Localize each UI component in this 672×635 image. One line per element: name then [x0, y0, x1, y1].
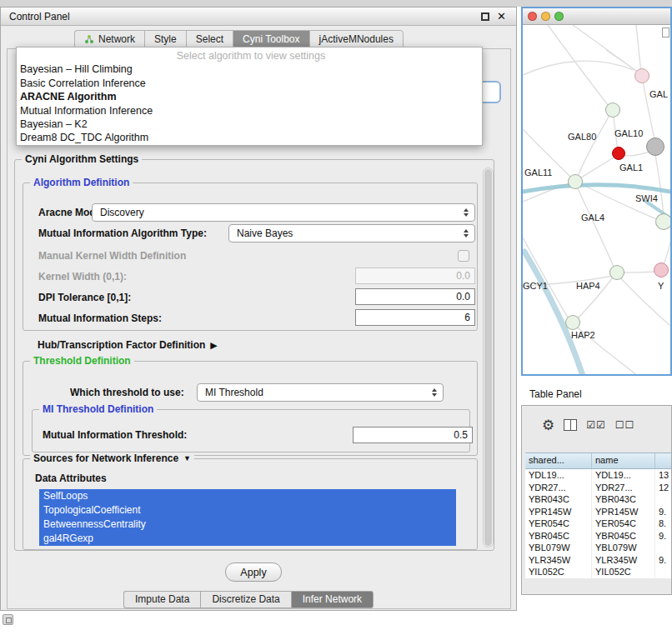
table-row[interactable]: YBL079WYBL079W [525, 542, 672, 554]
table-row[interactable]: YDR27...YDR27...12 [525, 482, 672, 494]
threshold-definition-group: Threshold Definition Which threshold to … [23, 361, 478, 456]
group-title: Algorithm Definition [30, 177, 133, 188]
hub-tf-section-toggle[interactable]: Hub/Transcription Factor Definition ▶ [38, 339, 218, 351]
dropdown-item[interactable]: Bayesian – K2 [17, 118, 482, 131]
network-canvas[interactable]: GAL80 GAL10 GAL11 GAL1 SWI4 GAL4 GCY1 HA… [523, 25, 670, 376]
scrollbar-thumb[interactable] [484, 169, 492, 546]
table-panel-title: Table Panel [529, 388, 582, 400]
dropdown-item-selected[interactable]: ARACNE Algorithm [17, 90, 482, 103]
node-label-clipped: GAL [649, 89, 668, 99]
bottom-tabbar: Impute Data Discretize Data Infer Networ… [123, 591, 374, 608]
attribute-item-selected[interactable]: SelfLoops [39, 489, 456, 503]
dropdown-item[interactable]: Mutual Information Inference [17, 104, 482, 118]
select-all-checkboxes-icon[interactable]: ☑☑ [586, 419, 606, 431]
minimized-panel-icon[interactable] [3, 614, 13, 625]
dpi-tolerance-field[interactable]: 0.0 [355, 288, 475, 305]
sources-section-toggle[interactable]: Sources for Network Inference ▼ [30, 452, 194, 464]
node-label-clipped: Y [658, 281, 664, 291]
mi-threshold-group: MI Threshold Definition Mutual Informati… [32, 409, 470, 452]
network-node[interactable] [655, 213, 672, 230]
combo-arrows-icon [464, 208, 474, 217]
network-node[interactable] [605, 102, 620, 118]
node-table: shared... name YDL19...YDL19...13 YDR27.… [525, 452, 672, 578]
manual-kernel-checkbox [458, 250, 469, 262]
section-label: Hub/Transcription Factor Definition [38, 339, 205, 351]
expand-right-icon: ▶ [210, 340, 217, 351]
zoom-traffic-light[interactable] [554, 12, 564, 21]
mi-steps-field[interactable]: 6 [355, 309, 475, 326]
apply-button[interactable]: Apply [225, 562, 282, 582]
table-header-row: shared... name [525, 452, 672, 469]
deselect-all-checkboxes-icon[interactable]: ☐☐ [615, 419, 635, 431]
canvas-scrollbar-thumb[interactable] [662, 28, 669, 38]
control-panel-window: Control Panel ✕ Network Style Select Cyn… [0, 7, 517, 611]
column-header-shared-name[interactable]: shared... [525, 453, 592, 468]
which-threshold-label: Which threshold to use: [70, 383, 184, 402]
table-row[interactable]: YLR345WYLR345W9. [525, 554, 672, 567]
tab-discretize-data[interactable]: Discretize Data [200, 591, 290, 608]
group-title: MI Threshold Definition [39, 403, 157, 415]
group-title: Threshold Definition [30, 355, 134, 367]
minimize-traffic-light[interactable] [541, 12, 550, 21]
close-icon[interactable]: ✕ [497, 11, 506, 22]
network-window-titlebar [523, 8, 670, 25]
node-label: GAL1 [619, 162, 643, 172]
tab-label: Network [98, 33, 135, 45]
kernel-width-label: Kernel Width (0,1): [38, 268, 127, 286]
node-label: HAP4 [576, 281, 600, 291]
attribute-item-selected[interactable]: BetweennessCentrality [39, 518, 456, 532]
network-node[interactable] [654, 262, 669, 278]
network-node-gal10[interactable] [646, 138, 664, 156]
dropdown-placeholder: Select algorithm to view settings [17, 49, 482, 62]
section-label: Sources for Network Inference [33, 452, 178, 464]
node-label: GAL10 [614, 128, 643, 138]
dropdown-item[interactable]: Bayesian – Hill Climbing [17, 62, 482, 76]
node-label: SWI4 [635, 193, 658, 203]
tab-impute-data[interactable]: Impute Data [123, 591, 200, 608]
mi-type-select[interactable]: Naive Bayes [228, 224, 475, 242]
selected-value: Discovery [100, 207, 144, 218]
dropdown-item[interactable]: Dream8 DC_TDC Algorithm [17, 131, 482, 144]
tab-select[interactable]: Select [186, 30, 233, 48]
gear-icon[interactable]: ⚙ [542, 418, 554, 432]
network-node[interactable] [634, 68, 649, 83]
tab-infer-network[interactable]: Infer Network [291, 591, 374, 608]
table-row[interactable]: YER054CYER054C8. [525, 518, 672, 530]
float-panel-icon[interactable] [481, 12, 489, 21]
aracne-mode-select[interactable]: Discovery [92, 203, 475, 222]
algorithm-dropdown-popup: Select algorithm to view settings Bayesi… [16, 47, 483, 146]
network-node[interactable] [565, 315, 580, 330]
combo-arrows-icon [432, 388, 443, 397]
table-row[interactable]: YBR043CYBR043C [525, 493, 672, 506]
tab-cyni-toolbox[interactable]: Cyni Toolbox [233, 30, 308, 48]
which-threshold-select[interactable]: MI Threshold [197, 383, 444, 402]
network-node[interactable] [568, 174, 583, 189]
network-node-selected[interactable] [612, 147, 625, 160]
dropdown-item[interactable]: Basic Correlation Inference [17, 77, 482, 90]
node-label: HAP2 [571, 330, 595, 340]
tab-style[interactable]: Style [144, 30, 186, 48]
mi-threshold-field[interactable]: 0.5 [353, 427, 473, 443]
kernel-width-field: 0.0 [355, 268, 475, 284]
attribute-item-selected[interactable]: gal4RGexp [39, 532, 456, 546]
tab-network[interactable]: Network [74, 30, 144, 48]
table-row[interactable]: YIL052CYIL052C [525, 566, 672, 578]
node-label: GCY1 [523, 281, 548, 291]
tab-label: Cyni Toolbox [243, 33, 299, 45]
table-row[interactable]: YBR045CYBR045C9. [525, 530, 672, 542]
tab-label: jActiveMNodules [319, 33, 394, 45]
column-header-clipped[interactable] [655, 453, 672, 468]
settings-scrollbar[interactable] [483, 168, 494, 548]
close-traffic-light[interactable] [528, 12, 537, 21]
network-view-window: GAL80 GAL10 GAL11 GAL1 SWI4 GAL4 GCY1 HA… [521, 7, 672, 376]
table-row[interactable]: YPR145WYPR145W9. [525, 506, 672, 518]
node-label: GAL80 [568, 132, 596, 142]
manual-kernel-label: Manual Kernel Width Definition [38, 247, 186, 265]
network-node[interactable] [609, 265, 624, 280]
tab-jactivemnodules[interactable]: jActiveMNodules [309, 30, 404, 48]
node-label: GAL11 [524, 168, 552, 178]
attribute-item-selected[interactable]: TopologicalCoefficient [39, 503, 456, 518]
columns-icon[interactable] [564, 419, 577, 431]
column-header-name[interactable]: name [592, 453, 655, 468]
table-row[interactable]: YDL19...YDL19...13 [525, 469, 672, 482]
